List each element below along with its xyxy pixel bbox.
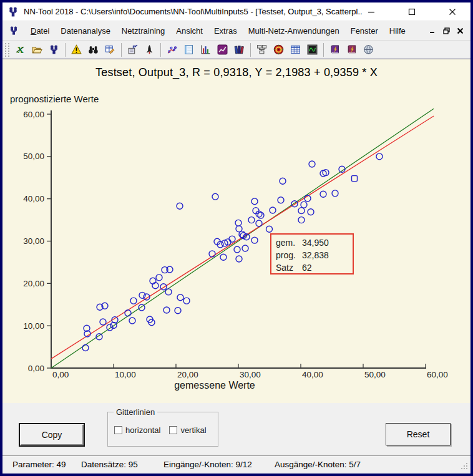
toolbar-separator (121, 43, 122, 57)
menu-bar: DateiDatenanalyseNetztrainingAnsichtExtr… (2, 21, 471, 40)
target-icon[interactable] (270, 42, 287, 58)
y-tick-label: 0,00 (28, 364, 44, 373)
menu-item-extras[interactable]: Extras (208, 24, 243, 38)
network-icon[interactable] (46, 42, 62, 58)
mdi-close-button[interactable] (453, 25, 467, 36)
data-point (220, 254, 227, 260)
menu-item-datei[interactable]: Datei (25, 24, 55, 38)
x-axis-label: gemessene Werte (2, 380, 427, 391)
checkbox-box-vertikal[interactable] (169, 426, 177, 434)
data-point (183, 298, 190, 304)
warning-icon[interactable] (68, 42, 85, 58)
x-tick-label: 10,00 (115, 370, 136, 379)
data-point (258, 212, 264, 218)
tooltip-prog-value: 32,838 (302, 250, 329, 260)
status-ausgaenge: Ausgänge/-Knoten: 5/7 (275, 460, 361, 469)
data-table-icon[interactable] (287, 42, 304, 58)
toolbar-separator (323, 43, 324, 57)
gridlines-group-label: Gitterlinien (114, 407, 157, 417)
title-bar: NN-Tool 2018 - C:\Users\info\Documents\N… (2, 2, 471, 21)
notepad-icon[interactable] (180, 42, 197, 58)
data-point (236, 256, 242, 262)
menu-item-hilfe[interactable]: Hilfe (384, 24, 411, 38)
signal-chart-icon[interactable] (304, 42, 321, 58)
data-point (376, 153, 383, 160)
rocket-icon[interactable] (141, 42, 158, 58)
data-point (100, 319, 106, 325)
books-icon[interactable] (231, 42, 248, 58)
menu-item-multi-netz-anwendungen[interactable]: Multi-Netz-Anwendungen (243, 24, 345, 38)
mdi-minimize-button[interactable] (426, 25, 439, 36)
toolbar: X (2, 40, 471, 59)
tooltip-prog-label: prog. (276, 249, 302, 261)
export-box-icon[interactable] (124, 42, 141, 58)
barchart-icon[interactable] (197, 42, 214, 58)
menu-item-netztraining[interactable]: Netztraining (116, 24, 170, 38)
data-point (301, 202, 307, 208)
web-help-icon[interactable] (360, 42, 377, 58)
x-tick-label: 60,00 (427, 370, 448, 379)
open-file-icon[interactable] (29, 42, 46, 58)
y-tick-label: 50,00 (23, 152, 44, 161)
data-point (234, 246, 240, 253)
data-point (139, 304, 145, 311)
checkbox-vertikal[interactable]: vertikal (169, 425, 206, 435)
menu-item-fenster[interactable]: Fenster (345, 24, 384, 38)
y-tick-label: 10,00 (23, 321, 44, 331)
status-datensaetze: Datensätze: 95 (81, 460, 138, 469)
tooltip-gem-label: gem. (276, 236, 302, 249)
copy-button[interactable]: Copy (19, 423, 85, 447)
data-point (160, 284, 167, 290)
data-point (309, 161, 315, 167)
net-computers-icon[interactable] (253, 42, 270, 58)
help-book-icon[interactable] (326, 42, 343, 58)
menu-item-ansicht[interactable]: Ansicht (170, 24, 208, 38)
checkbox-label-horizontal: horizontal (125, 425, 160, 435)
mdi-restore-button[interactable] (439, 25, 453, 36)
excel-import-icon[interactable]: X (12, 42, 29, 58)
data-point (278, 197, 284, 203)
binoculars-icon[interactable] (85, 42, 102, 58)
scatterplot-panel: Testset, Output_3, R = 0,9318, Y = 2,198… (2, 59, 471, 403)
toolbar-separator (250, 43, 251, 57)
minimize-button[interactable] (362, 5, 381, 19)
status-parameter: Parameter: 49 (12, 460, 66, 469)
tooltip-satz-label: Satz (276, 261, 302, 274)
maximize-button[interactable] (402, 5, 421, 19)
app-logo-icon (7, 6, 19, 17)
toolbar-grip[interactable] (5, 43, 9, 57)
data-point (298, 208, 305, 214)
menu-item-datenanalyse[interactable]: Datenanalyse (55, 24, 116, 38)
checkbox-horizontal[interactable]: horizontal (114, 425, 160, 435)
trendchart-icon[interactable] (214, 42, 231, 58)
data-point (177, 294, 183, 301)
scatter-chart[interactable]: 0,0010,0020,0030,0040,0050,0060,000,0010… (2, 59, 471, 403)
x-tick-label: 30,00 (240, 370, 261, 379)
close-button[interactable] (443, 5, 462, 19)
data-point (229, 236, 235, 242)
y-tick-label: 40,00 (23, 194, 44, 203)
y-tick-label: 60,00 (23, 110, 44, 119)
help-book-2-icon[interactable] (343, 42, 360, 58)
x-tick-label: 50,00 (364, 370, 386, 379)
status-bar: Parameter: 49 Datensätze: 95 Eingänge/-K… (2, 455, 471, 474)
data-point (242, 245, 248, 251)
data-point (235, 220, 241, 226)
scatterplot-icon[interactable] (163, 42, 180, 58)
checkbox-box-horizontal[interactable] (114, 426, 122, 434)
data-point (251, 198, 258, 205)
svg-text:X: X (17, 45, 24, 55)
mdi-system-icon[interactable] (9, 26, 19, 36)
gridlines-groupbox: Gitterlinien horizontalvertikal (107, 412, 218, 447)
y-tick-label: 30,00 (23, 236, 44, 246)
data-point (332, 190, 338, 197)
data-point (212, 193, 218, 200)
tooltip-gem-value: 34,950 (302, 238, 329, 248)
data-point (156, 274, 162, 281)
data-point (177, 203, 183, 209)
reset-button[interactable]: Reset (386, 423, 451, 445)
resize-grip-icon[interactable] (461, 461, 468, 472)
edit-table-icon[interactable] (102, 42, 119, 58)
data-point (320, 191, 326, 197)
toolbar-separator (65, 43, 66, 57)
